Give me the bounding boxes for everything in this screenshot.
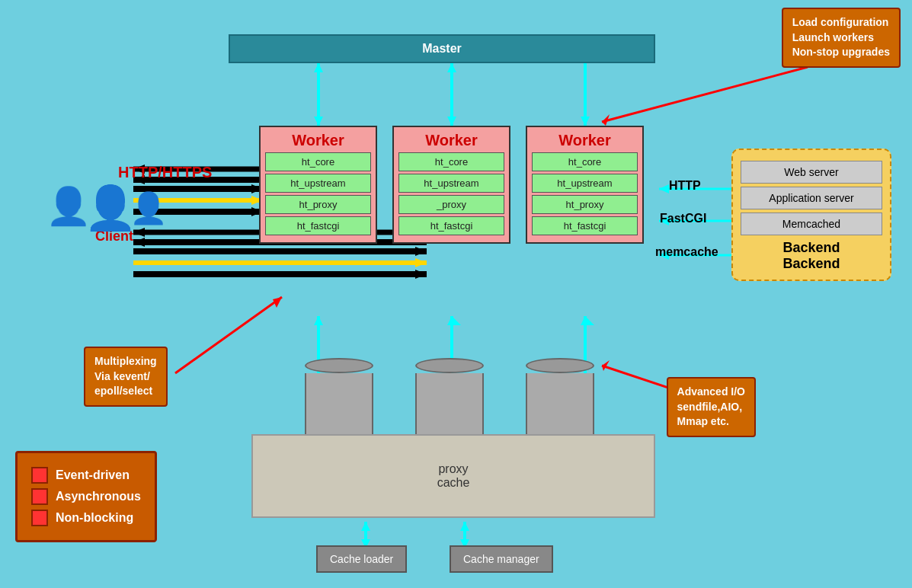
svg-marker-4: [447, 63, 456, 72]
worker-1: Worker ht_core ht_upstream ht_proxy ht_f…: [259, 126, 377, 244]
master-box: Master: [229, 34, 655, 63]
worker-3: Worker ht_core ht_upstream ht_proxy ht_f…: [526, 126, 644, 244]
advanced-io-callout: Advanced I/Osendfile,AIO,Mmap etc.: [667, 377, 756, 437]
svg-marker-9: [602, 114, 610, 126]
master-label: Master: [422, 42, 462, 56]
svg-marker-50: [659, 184, 669, 193]
worker-3-module-4: ht_fastcgi: [532, 216, 638, 235]
worker-2-module-4: ht_fastcgi: [398, 216, 504, 235]
worker-3-title: Worker: [532, 132, 638, 149]
client-icon: 👤👤👤: [46, 183, 183, 225]
backend-title: Backend: [741, 240, 882, 256]
legend-label-1: Event-driven: [56, 468, 130, 482]
client-area: 👤👤👤 Client: [46, 183, 183, 244]
top-right-callout: Load configurationLaunch workersNon-stop…: [782, 8, 901, 68]
worker-2-module-2: ht_upstream: [398, 174, 504, 193]
backend-box: Web server Application server Memcached …: [731, 149, 891, 281]
cache-manager-label: Cache manager: [463, 553, 539, 565]
legend-square-1: [31, 467, 48, 484]
svg-line-8: [602, 67, 808, 122]
cache-manager-box: Cache manager: [450, 545, 553, 573]
memcache-label: memcache: [655, 245, 718, 259]
worker-1-module-1: ht_core: [265, 152, 371, 171]
worker-2: Worker ht_core ht_upstream _proxy ht_fas…: [392, 126, 510, 244]
worker-2-title: Worker: [398, 132, 504, 149]
svg-marker-2: [314, 117, 323, 126]
cache-loader-box: Cache loader: [316, 545, 407, 573]
worker-1-module-2: ht_upstream: [265, 174, 371, 193]
backend-webserver: Web server: [741, 161, 882, 184]
advanced-io-text: Advanced I/Osendfile,AIO,Mmap etc.: [677, 385, 745, 427]
worker-1-module-3: ht_proxy: [265, 195, 371, 214]
svg-marker-33: [415, 247, 427, 256]
svg-marker-12: [314, 316, 323, 325]
worker-1-box: Worker ht_core ht_upstream ht_proxy ht_f…: [259, 126, 377, 244]
proxy-cache-label: proxycache: [437, 462, 470, 490]
worker-1-title: Worker: [265, 132, 371, 149]
svg-marker-21: [273, 297, 282, 308]
http-https-label: HTTP/HTTPS: [118, 164, 212, 181]
svg-marker-44: [361, 522, 370, 531]
svg-marker-17: [581, 316, 594, 325]
svg-marker-35: [415, 258, 427, 267]
worker-3-module-1: ht_core: [532, 152, 638, 171]
worker-3-box: Worker ht_core ht_upstream ht_proxy ht_f…: [526, 126, 644, 244]
backend-memcached: Memcached: [741, 213, 882, 235]
legend-box: Event-driven Asynchronous Non-blocking: [15, 451, 157, 542]
worker-3-module-2: ht_upstream: [532, 174, 638, 193]
legend-non-blocking: Non-blocking: [31, 510, 141, 526]
worker-3-module-3: ht_proxy: [532, 195, 638, 214]
backend-label: Backend: [741, 256, 882, 272]
svg-marker-15: [447, 316, 461, 325]
backend-appserver: Application server: [741, 187, 882, 209]
worker-2-module-1: ht_core: [398, 152, 504, 171]
legend-square-2: [31, 488, 48, 505]
top-right-callout-text: Load configurationLaunch workersNon-stop…: [792, 16, 890, 58]
multiplexing-text: MultiplexingVia kevent/epoll/select: [94, 355, 157, 397]
worker-1-module-4: ht_fastcgi: [265, 216, 371, 235]
fastcgi-label: FastCGI: [660, 212, 706, 225]
svg-marker-5: [447, 117, 456, 126]
legend-asynchronous: Asynchronous: [31, 488, 141, 505]
cache-base: proxycache: [251, 434, 655, 518]
worker-2-module-3: _proxy: [398, 195, 504, 214]
multiplexing-callout: MultiplexingVia kevent/epoll/select: [84, 347, 168, 407]
proxy-cache-container: proxycache: [251, 358, 655, 522]
legend-label-3: Non-blocking: [56, 511, 133, 525]
svg-marker-7: [581, 117, 590, 126]
cache-loader-label: Cache loader: [330, 553, 393, 565]
worker-2-box: Worker ht_core ht_upstream _proxy ht_fas…: [392, 126, 510, 244]
svg-marker-1: [314, 63, 323, 72]
svg-marker-37: [415, 270, 427, 279]
legend-label-2: Asynchronous: [56, 490, 141, 503]
svg-marker-47: [460, 522, 469, 531]
http-label: HTTP: [669, 179, 701, 193]
legend-square-3: [31, 510, 48, 526]
legend-event-driven: Event-driven: [31, 467, 141, 484]
